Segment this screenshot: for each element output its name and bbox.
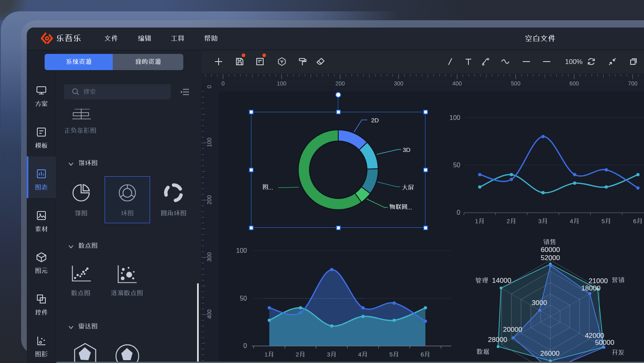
svg-text:3: 3 xyxy=(327,351,330,358)
svg-text:3: 3 xyxy=(538,218,541,224)
svg-text:5: 5 xyxy=(389,351,393,358)
svg-text:4: 4 xyxy=(570,218,573,224)
svg-text:2: 2 xyxy=(507,218,510,224)
svg-text:4: 4 xyxy=(358,351,361,358)
svg-text:5: 5 xyxy=(601,218,605,224)
svg-text:1: 1 xyxy=(264,351,268,358)
svg-text:2: 2 xyxy=(296,351,299,358)
svg-text:1: 1 xyxy=(475,218,478,224)
svg-text:6: 6 xyxy=(421,351,424,358)
svg-text:6: 6 xyxy=(633,218,636,224)
